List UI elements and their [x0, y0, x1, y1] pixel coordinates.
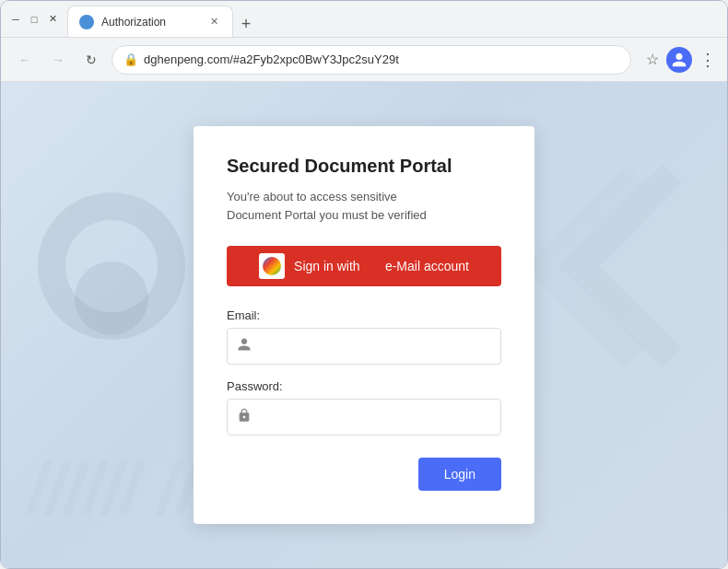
minimize-button[interactable]: ─: [8, 12, 23, 27]
maximize-button[interactable]: □: [27, 12, 41, 27]
lock-field-icon: [237, 408, 252, 426]
bookmark-icon[interactable]: ☆: [646, 51, 659, 68]
sign-in-button-text: Sign in with e-Mail account: [294, 259, 469, 273]
password-input[interactable]: [259, 411, 491, 424]
password-label: Password:: [227, 379, 501, 393]
login-button[interactable]: Login: [418, 458, 501, 491]
page-content: ////// //// /// Secured Document Portal …: [1, 82, 727, 568]
tab-favicon: [79, 15, 94, 29]
password-field-wrapper: [227, 399, 501, 435]
bg-circle-inner-decoration: [75, 261, 148, 335]
tab-close-button[interactable]: ✕: [206, 15, 221, 29]
address-field[interactable]: 🔒 dghenpeng.com/#a2Fyb2xpc0BwY3Jpc2suY29…: [112, 45, 631, 75]
email-label: Email:: [227, 308, 501, 322]
tab-bar: Authorization ✕ +: [67, 1, 720, 37]
back-button[interactable]: ←: [12, 47, 38, 73]
email-icon: [237, 337, 252, 355]
browser-window: ─ □ ✕ Authorization ✕ + ← → ↻ 🔒 dghenpen…: [0, 0, 728, 569]
address-bar: ← → ↻ 🔒 dghenpeng.com/#a2Fyb2xpc0BwY3Jpc…: [1, 38, 727, 82]
email-input[interactable]: [259, 340, 491, 354]
menu-icon[interactable]: ⋮: [699, 50, 716, 70]
password-field-group: Password:: [227, 379, 501, 435]
address-text: dghenpeng.com/#a2Fyb2xpc0BwY3Jpc2suY29t: [144, 52, 619, 66]
window-controls: ─ □ ✕: [8, 12, 60, 27]
title-bar: ─ □ ✕ Authorization ✕ +: [1, 1, 727, 38]
email-field-wrapper: [227, 328, 501, 365]
login-button-row: Login: [227, 450, 501, 491]
tab-title: Authorization: [101, 16, 199, 29]
sign-in-with-email-button[interactable]: Sign in with e-Mail account: [227, 246, 501, 286]
login-card: Secured Document Portal You're about to …: [194, 126, 534, 524]
lock-icon: 🔒: [123, 52, 138, 66]
card-title: Secured Document Portal: [227, 156, 501, 177]
close-button[interactable]: ✕: [45, 12, 60, 27]
refresh-button[interactable]: ↻: [78, 47, 104, 73]
forward-button[interactable]: →: [45, 47, 71, 73]
profile-icon[interactable]: [666, 47, 692, 73]
email-field-group: Email:: [227, 308, 501, 365]
active-tab[interactable]: Authorization ✕: [67, 6, 233, 37]
google-logo-inner: [263, 257, 281, 275]
card-subtitle: You're about to access sensitive Documen…: [227, 188, 501, 224]
new-tab-button[interactable]: +: [233, 11, 259, 37]
email-provider-logo: [259, 253, 285, 279]
